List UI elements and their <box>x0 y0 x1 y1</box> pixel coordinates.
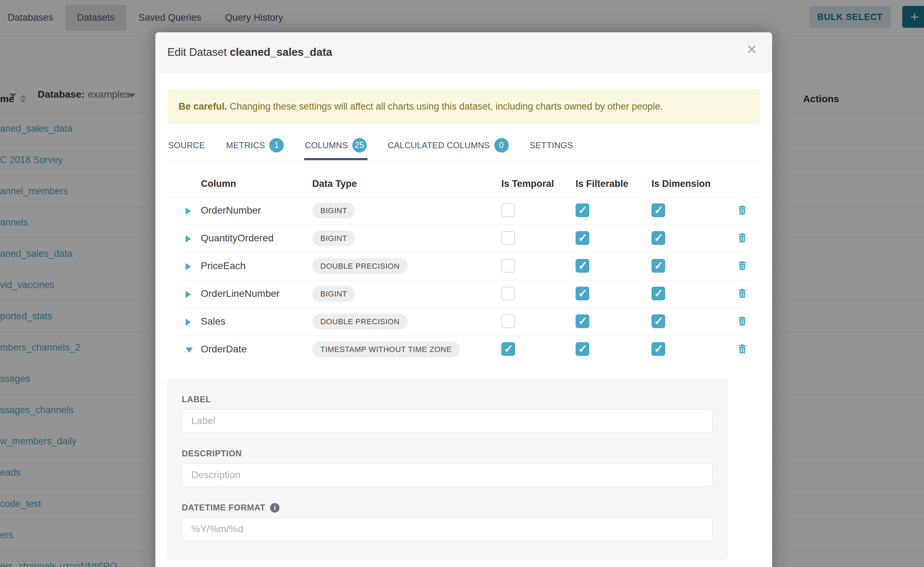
is-dimension-header: Is Dimension <box>652 178 710 189</box>
tab-count-badge: 25 <box>352 138 367 153</box>
modal-title-dataset-name: cleaned_sales_data <box>230 46 332 58</box>
is-dimension-checkbox[interactable] <box>652 231 665 245</box>
tab-columns[interactable]: COLUMNS25 <box>304 132 367 160</box>
column-detail-panel: LABEL DESCRIPTION DATETIME FORMAT <box>167 379 727 560</box>
is-temporal-checkbox[interactable] <box>501 203 515 217</box>
data-type-pill: BIGINT <box>312 286 355 302</box>
column-name: Sales <box>201 316 226 327</box>
is-filterable-checkbox[interactable] <box>576 203 589 217</box>
column-row-quantityordered: QuantityOrderedBIGINT <box>179 225 750 253</box>
tab-label: COLUMNS <box>305 141 348 150</box>
is-dimension-checkbox[interactable] <box>652 286 665 300</box>
modal-tabs: SOURCEMETRICS1COLUMNS25CALCULATED COLUMN… <box>167 132 760 160</box>
delete-column-icon[interactable] <box>736 287 748 299</box>
column-header: Column <box>201 178 236 189</box>
delete-column-icon[interactable] <box>736 315 748 327</box>
column-name: OrderDate <box>201 344 247 355</box>
close-icon[interactable]: ✕ <box>746 43 757 56</box>
modal-title-prefix: Edit Dataset <box>167 46 227 58</box>
tab-label: METRICS <box>226 141 265 150</box>
edit-dataset-modal: Edit Dataset cleaned_sales_data ✕ Be car… <box>155 32 772 567</box>
columns-table-header: Column Data Type Is Temporal Is Filterab… <box>167 172 760 197</box>
expand-caret-icon[interactable] <box>186 236 191 242</box>
is-filterable-header: Is Filterable <box>576 178 628 189</box>
delete-column-icon[interactable] <box>736 343 748 355</box>
data-type-header: Data Type <box>312 178 357 189</box>
modal-header: Edit Dataset cleaned_sales_data ✕ <box>155 32 772 72</box>
is-filterable-checkbox[interactable] <box>576 231 589 245</box>
tab-count-badge: 0 <box>494 138 509 153</box>
column-name: OrderNumber <box>201 205 261 216</box>
expand-caret-icon[interactable] <box>186 291 191 298</box>
tab-source[interactable]: SOURCE <box>167 132 206 160</box>
expand-caret-icon[interactable] <box>186 263 191 270</box>
data-type-pill: TIMESTAMP WITHOUT TIME ZONE <box>312 342 460 357</box>
label-field-group: LABEL <box>182 394 713 432</box>
is-temporal-header: Is Temporal <box>501 178 554 189</box>
info-icon[interactable] <box>270 503 280 513</box>
data-type-pill: DOUBLE PRECISION <box>312 314 408 330</box>
description-field-label: DESCRIPTION <box>182 448 713 459</box>
is-dimension-checkbox[interactable] <box>652 342 665 356</box>
data-type-pill: DOUBLE PRECISION <box>312 258 408 274</box>
is-dimension-checkbox[interactable] <box>652 259 665 273</box>
datetime-format-field-group: DATETIME FORMAT <box>182 503 713 541</box>
columns-table-body: OrderNumberBIGINTQuantityOrderedBIGINTPr… <box>167 197 760 363</box>
tab-label: CALCULATED COLUMNS <box>388 141 490 150</box>
description-field-group: DESCRIPTION <box>182 448 713 486</box>
is-dimension-checkbox[interactable] <box>652 314 665 328</box>
data-type-pill: BIGINT <box>312 231 355 246</box>
is-filterable-checkbox[interactable] <box>576 259 589 273</box>
modal-body: Be careful. Changing these settings will… <box>155 89 772 560</box>
is-temporal-checkbox[interactable] <box>501 231 515 245</box>
datetime-format-field-label: DATETIME FORMAT <box>182 503 713 513</box>
datetime-format-label-text: DATETIME FORMAT <box>182 503 265 513</box>
screen: DatabasesDatasetsSaved QueriesQuery Hist… <box>0 0 924 567</box>
collapse-caret-icon[interactable] <box>186 347 193 353</box>
delete-column-icon[interactable] <box>736 260 748 272</box>
column-name: QuantityOrdered <box>201 232 274 244</box>
tab-calculated-columns[interactable]: CALCULATED COLUMNS0 <box>387 132 509 160</box>
column-name: OrderLineNumber <box>201 288 280 299</box>
column-row-orderlinenumber: OrderLineNumberBIGINT <box>179 280 750 308</box>
warning-text: Changing these settings will affect all … <box>227 101 663 112</box>
modal-title: Edit Dataset cleaned_sales_data <box>167 46 332 58</box>
expand-caret-icon[interactable] <box>186 319 191 326</box>
column-name: PriceEach <box>201 260 246 272</box>
tab-label: SETTINGS <box>530 141 573 150</box>
warning-bold: Be careful. <box>179 101 227 112</box>
is-temporal-checkbox[interactable] <box>501 314 515 328</box>
is-dimension-checkbox[interactable] <box>652 203 665 217</box>
description-input[interactable] <box>182 464 713 486</box>
column-row-ordernumber: OrderNumberBIGINT <box>179 197 750 225</box>
column-row-orderdate: OrderDateTIMESTAMP WITHOUT TIME ZONE <box>179 336 750 363</box>
is-temporal-checkbox[interactable] <box>501 286 515 300</box>
label-input[interactable] <box>182 409 713 432</box>
datetime-format-input[interactable] <box>182 518 713 541</box>
is-filterable-checkbox[interactable] <box>576 286 589 300</box>
tab-settings[interactable]: SETTINGS <box>529 132 574 160</box>
tab-metrics[interactable]: METRICS1 <box>226 132 284 160</box>
delete-column-icon[interactable] <box>736 232 748 244</box>
expand-caret-icon[interactable] <box>186 208 191 214</box>
tab-count-badge: 1 <box>269 138 284 153</box>
data-type-pill: BIGINT <box>312 203 355 219</box>
tab-label: SOURCE <box>168 141 205 150</box>
delete-column-icon[interactable] <box>736 204 748 216</box>
column-row-priceeach: PriceEachDOUBLE PRECISION <box>179 253 750 280</box>
is-filterable-checkbox[interactable] <box>576 314 589 328</box>
column-row-sales: SalesDOUBLE PRECISION <box>179 308 750 336</box>
is-temporal-checkbox[interactable] <box>501 259 515 273</box>
warning-banner: Be careful. Changing these settings will… <box>167 89 760 124</box>
is-temporal-checkbox[interactable] <box>501 342 515 356</box>
is-filterable-checkbox[interactable] <box>576 342 589 356</box>
label-field-label: LABEL <box>182 394 713 404</box>
